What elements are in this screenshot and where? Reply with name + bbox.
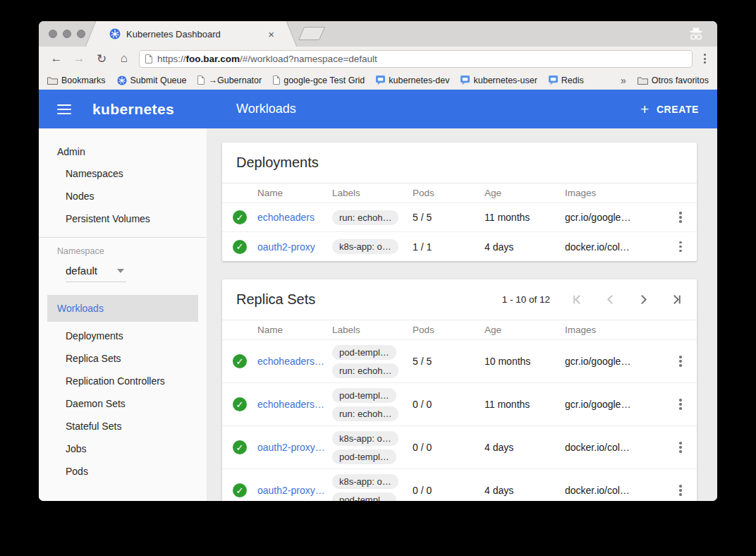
- bookmark-kubernetes-user[interactable]: kubernetes-user: [461, 75, 537, 85]
- images-cell: docker.io/col…: [565, 442, 664, 453]
- replica-sets-card: Replica Sets 1 - 10 of 12 Name Labels Po…: [222, 279, 697, 501]
- sidebar-item-nodes[interactable]: Nodes: [39, 185, 207, 207]
- column-labels: Labels: [332, 188, 413, 198]
- page-title: Workloads: [236, 102, 640, 116]
- table-row: ✓ echoheaders… pod-templ… run: echoh… 0 …: [222, 383, 697, 426]
- deployments-table-header: Name Labels Pods Age Images: [222, 183, 697, 203]
- sidebar-item-deployments[interactable]: Deployments: [39, 325, 207, 347]
- minimize-window-button[interactable]: [63, 30, 71, 38]
- namespace-value: default: [66, 265, 97, 277]
- images-cell: gcr.io/google…: [565, 212, 664, 223]
- label-chip: pod-templ…: [332, 492, 396, 502]
- row-actions-menu-button[interactable]: [664, 356, 697, 367]
- age-cell: 4 days: [484, 241, 565, 253]
- replica-sets-table-header: Name Labels Pods Age Images: [222, 320, 697, 340]
- column-pods: Pods: [413, 188, 484, 198]
- table-row: ✓ oauth2-proxy… k8s-app: o… pod-templ… 0…: [222, 469, 697, 501]
- row-actions-menu-button[interactable]: [664, 485, 697, 496]
- label-chip: pod-templ…: [332, 388, 396, 403]
- sidebar-item-jobs[interactable]: Jobs: [39, 437, 207, 460]
- namespace-label: Namespace: [39, 246, 207, 256]
- reload-button[interactable]: ↻: [94, 52, 109, 66]
- label-chip: k8s-app: o…: [332, 431, 398, 446]
- row-actions-menu-button[interactable]: [664, 399, 697, 410]
- column-name: Name: [257, 188, 332, 198]
- sidebar-divider: [39, 237, 207, 238]
- close-window-button[interactable]: [49, 30, 57, 38]
- folder-icon: [47, 76, 58, 85]
- column-pods: Pods: [413, 325, 484, 335]
- previous-page-button[interactable]: [604, 294, 616, 306]
- replica-set-link[interactable]: oauth2-proxy…: [257, 485, 332, 496]
- sidebar-item-pods[interactable]: Pods: [39, 460, 207, 483]
- column-labels: Labels: [332, 325, 413, 335]
- sidebar-item-replica-sets[interactable]: Replica Sets: [39, 347, 207, 370]
- label-chip: k8s-app: o…: [332, 239, 398, 254]
- bookmark-google-gce-test-grid[interactable]: google-gce Test Grid: [273, 75, 365, 85]
- namespace-select[interactable]: default: [66, 265, 126, 282]
- status-ok-icon: ✓: [233, 440, 247, 454]
- page-security-icon[interactable]: [145, 54, 152, 64]
- table-row: ✓ echoheaders run: echoh… 5 / 5 11 month…: [222, 203, 697, 232]
- sidebar-item-persistent-volumes[interactable]: Persistent Volumes: [39, 207, 207, 230]
- app-body: Admin Namespaces Nodes Persistent Volume…: [39, 128, 717, 501]
- browser-tab[interactable]: Kubernetes Dashboard ×: [97, 21, 286, 47]
- sidebar-item-stateful-sets[interactable]: Stateful Sets: [39, 415, 207, 437]
- bookmark-folder-bookmarks[interactable]: Bookmarks: [47, 75, 106, 85]
- replica-set-link[interactable]: echoheaders…: [257, 399, 332, 410]
- status-ok-icon: ✓: [233, 210, 247, 224]
- pagination: 1 - 10 of 12: [502, 294, 683, 306]
- replica-set-link[interactable]: echoheaders…: [257, 356, 332, 367]
- deployments-card: Deployments Name Labels Pods Age Images …: [222, 143, 697, 261]
- pods-cell: 0 / 0: [413, 442, 484, 453]
- window-controls: [49, 30, 85, 38]
- images-cell: docker.io/col…: [565, 241, 664, 253]
- app-logo[interactable]: kubernetes: [92, 101, 174, 118]
- first-page-button[interactable]: [571, 294, 583, 306]
- tab-close-icon[interactable]: ×: [267, 28, 276, 40]
- table-row: ✓ oauth2-proxy k8s-app: o… 1 / 1 4 days …: [222, 232, 697, 261]
- column-age: Age: [484, 325, 565, 335]
- new-tab-button[interactable]: [298, 27, 325, 40]
- column-images: Images: [565, 188, 664, 198]
- bookmarks-overflow-chevron[interactable]: »: [621, 75, 626, 86]
- next-page-button[interactable]: [638, 294, 650, 306]
- zoom-window-button[interactable]: [77, 30, 85, 38]
- app-header: kubernetes Workloads + CREATE: [39, 90, 717, 128]
- back-button[interactable]: ←: [49, 52, 64, 66]
- column-age: Age: [484, 188, 565, 198]
- age-cell: 11 months: [484, 212, 565, 223]
- pods-cell: 0 / 0: [413, 485, 484, 496]
- create-button[interactable]: + CREATE: [640, 101, 699, 118]
- address-bar[interactable]: https://foo.bar.com/#/workload?namespace…: [139, 50, 693, 68]
- sidebar-item-namespaces[interactable]: Namespaces: [39, 162, 207, 185]
- forward-button[interactable]: →: [71, 52, 87, 66]
- images-cell: gcr.io/google…: [565, 356, 664, 367]
- last-page-button[interactable]: [671, 294, 683, 306]
- bookmark-submit-queue[interactable]: Submit Queue: [117, 75, 187, 85]
- sidebar-item-admin[interactable]: Admin: [39, 141, 207, 162]
- row-actions-menu-button[interactable]: [664, 212, 697, 223]
- sidebar-item-daemon-sets[interactable]: Daemon Sets: [39, 392, 207, 415]
- bookmark-redis[interactable]: Redis: [549, 75, 584, 85]
- incognito-icon: [688, 26, 705, 42]
- row-actions-menu-button[interactable]: [664, 442, 697, 453]
- bookmark-kubernetes-dev[interactable]: kubernetes-dev: [376, 75, 449, 85]
- other-bookmarks-folder[interactable]: Otros favoritos: [638, 75, 709, 85]
- deployment-link[interactable]: oauth2-proxy: [257, 241, 332, 253]
- label-chip: pod-templ…: [332, 345, 396, 360]
- browser-menu-button[interactable]: [700, 51, 710, 66]
- sidebar-item-replication-controllers[interactable]: Replication Controllers: [39, 370, 207, 392]
- sidebar: Admin Namespaces Nodes Persistent Volume…: [39, 128, 207, 501]
- label-chip: k8s-app: o…: [332, 474, 398, 489]
- bookmark-gubernator[interactable]: →Gubernator: [197, 75, 262, 85]
- deployment-link[interactable]: echoheaders: [257, 212, 332, 223]
- row-actions-menu-button[interactable]: [664, 241, 697, 253]
- home-button[interactable]: ⌂: [116, 52, 132, 66]
- replica-set-link[interactable]: oauth2-proxy…: [257, 442, 332, 453]
- browser-window: Kubernetes Dashboard × ← → ↻ ⌂ https://f…: [39, 21, 717, 501]
- sidebar-item-workloads[interactable]: Workloads: [47, 295, 198, 322]
- hamburger-menu-icon[interactable]: [57, 104, 71, 114]
- url-path: /#/workload?namespace=default: [240, 54, 377, 64]
- pods-cell: 5 / 5: [413, 356, 484, 367]
